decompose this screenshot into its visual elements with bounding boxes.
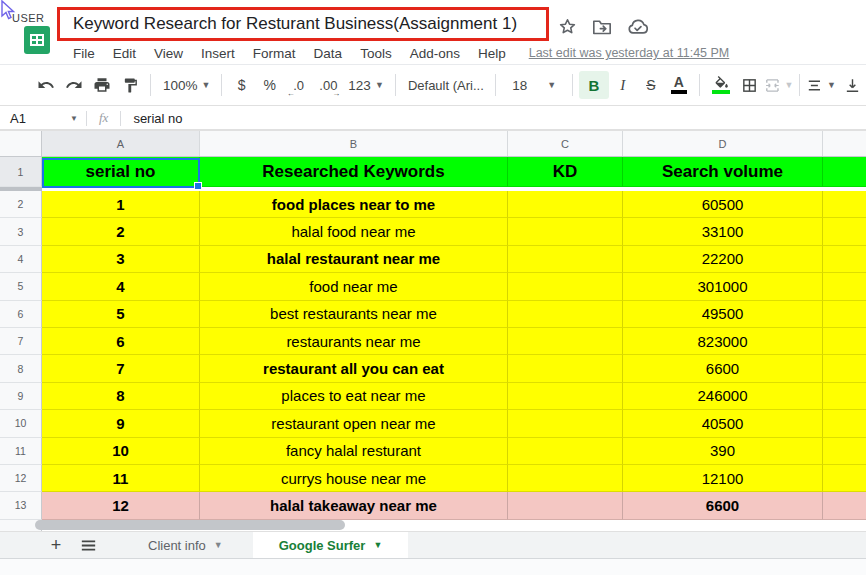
font-select[interactable]: Default (Ari...▼ xyxy=(402,71,489,99)
cell-kd[interactable] xyxy=(508,246,623,273)
cell-e[interactable] xyxy=(823,355,866,382)
document-title[interactable]: Keyword Research for Resturant Business(… xyxy=(73,14,517,34)
cell-keyword[interactable]: halal food near me xyxy=(200,218,508,245)
cell-volume[interactable]: 60500 xyxy=(623,191,823,218)
cell-serial[interactable]: 9 xyxy=(42,410,200,437)
cell-keyword[interactable]: places to eat near me xyxy=(200,383,508,410)
font-size-select[interactable]: 18▼ xyxy=(502,71,566,99)
cell-volume[interactable]: 40500 xyxy=(623,410,823,437)
tab-google-surfer[interactable]: Google Surfer▼ xyxy=(253,532,409,558)
cell-serial[interactable]: 6 xyxy=(42,328,200,355)
cell-e[interactable] xyxy=(823,301,866,328)
cell-kd[interactable] xyxy=(508,355,623,382)
name-box[interactable]: A1 ▼ xyxy=(0,111,86,126)
redo-button[interactable] xyxy=(60,71,88,99)
strikethrough-button[interactable]: S xyxy=(637,71,665,99)
row-number[interactable]: 10 xyxy=(0,410,42,437)
menu-tools[interactable]: Tools xyxy=(351,44,401,63)
cell-serial[interactable]: 12 xyxy=(42,492,200,519)
borders-button[interactable] xyxy=(736,71,764,99)
cell-serial[interactable]: 8 xyxy=(42,383,200,410)
row-number[interactable]: 6 xyxy=(0,301,42,328)
active-cell-selection[interactable] xyxy=(42,158,200,188)
cell-serial[interactable]: 5 xyxy=(42,301,200,328)
cell-kd[interactable] xyxy=(508,492,623,519)
cell-volume[interactable]: 390 xyxy=(623,438,823,465)
cell-serial[interactable]: 10 xyxy=(42,438,200,465)
cell-keyword[interactable]: restaurant open near me xyxy=(200,410,508,437)
menu-data[interactable]: Data xyxy=(305,44,352,63)
decrease-decimal-button[interactable]: .0← xyxy=(284,71,314,99)
cell-keyword[interactable]: food near me xyxy=(200,273,508,300)
print-button[interactable] xyxy=(88,71,116,99)
header-cell-e[interactable] xyxy=(823,157,866,187)
text-color-button[interactable]: A xyxy=(665,71,693,99)
horizontal-align-button[interactable]: ▼ xyxy=(806,71,836,99)
cell-e[interactable] xyxy=(823,465,866,492)
star-icon[interactable] xyxy=(558,17,577,36)
cell-e[interactable] xyxy=(823,218,866,245)
cell-volume[interactable]: 22200 xyxy=(623,246,823,273)
move-to-folder-icon[interactable] xyxy=(592,18,612,36)
cell-e[interactable] xyxy=(823,383,866,410)
row-number[interactable]: 13 xyxy=(0,492,42,519)
cell-volume[interactable]: 823000 xyxy=(623,328,823,355)
cell-kd[interactable] xyxy=(508,410,623,437)
row-number[interactable]: 4 xyxy=(0,246,42,273)
undo-button[interactable] xyxy=(32,71,60,99)
add-sheet-button[interactable]: + xyxy=(40,532,72,558)
cell-serial[interactable]: 11 xyxy=(42,465,200,492)
menu-insert[interactable]: Insert xyxy=(192,44,244,63)
bold-button[interactable]: B xyxy=(579,71,609,99)
cell-keyword[interactable]: currys house near me xyxy=(200,465,508,492)
cell-kd[interactable] xyxy=(508,438,623,465)
document-title-box[interactable]: Keyword Research for Resturant Business(… xyxy=(57,7,549,41)
column-header-b[interactable]: B xyxy=(200,131,508,156)
paint-format-button[interactable] xyxy=(116,71,144,99)
header-cell-volume[interactable]: Search volume xyxy=(623,157,823,187)
menu-edit[interactable]: Edit xyxy=(104,44,145,63)
formula-input[interactable]: serial no xyxy=(121,111,182,126)
cloud-saved-icon[interactable] xyxy=(627,18,649,36)
column-header-d[interactable]: D xyxy=(623,131,823,156)
all-sheets-menu-button[interactable] xyxy=(72,532,104,558)
cell-kd[interactable] xyxy=(508,273,623,300)
cell-keyword[interactable]: fancy halal resturant xyxy=(200,438,508,465)
menu-file[interactable]: File xyxy=(64,44,104,63)
cell-e[interactable] xyxy=(823,438,866,465)
menu-format[interactable]: Format xyxy=(244,44,305,63)
cell-e[interactable] xyxy=(823,246,866,273)
cell-kd[interactable] xyxy=(508,191,623,218)
cell-serial[interactable]: 4 xyxy=(42,273,200,300)
header-cell-kd[interactable]: KD xyxy=(508,157,623,187)
cell-volume[interactable]: 301000 xyxy=(623,273,823,300)
column-header-a[interactable]: A xyxy=(42,131,200,156)
row-number[interactable]: 2 xyxy=(0,191,42,218)
row-number[interactable]: 5 xyxy=(0,273,42,300)
column-header-c[interactable]: C xyxy=(508,131,623,156)
increase-decimal-button[interactable]: .00→ xyxy=(313,71,343,99)
row-number[interactable]: 7 xyxy=(0,328,42,355)
cell-serial[interactable]: 1 xyxy=(42,191,200,218)
sheets-logo-icon[interactable] xyxy=(24,26,50,54)
cell-kd[interactable] xyxy=(508,301,623,328)
row-number[interactable]: 8 xyxy=(0,355,42,382)
format-percent-button[interactable]: % xyxy=(256,71,284,99)
last-edit-link[interactable]: Last edit was yesterday at 11:45 PM xyxy=(529,46,730,60)
number-format-menu[interactable]: 123▼ xyxy=(343,71,389,99)
cell-e[interactable] xyxy=(823,273,866,300)
format-currency-button[interactable]: $ xyxy=(228,71,256,99)
cell-keyword[interactable]: halal restaurant near me xyxy=(200,246,508,273)
row-number[interactable]: 3 xyxy=(0,218,42,245)
cell-keyword[interactable]: restaurants near me xyxy=(200,328,508,355)
cell-e[interactable] xyxy=(823,492,866,519)
cell-keyword[interactable]: restaurant all you can eat xyxy=(200,355,508,382)
cell-volume[interactable]: 6600 xyxy=(623,355,823,382)
menu-help[interactable]: Help xyxy=(469,44,515,63)
cell-volume[interactable]: 49500 xyxy=(623,301,823,328)
cell-volume[interactable]: 246000 xyxy=(623,383,823,410)
row-number[interactable]: 11 xyxy=(0,438,42,465)
cell-e[interactable] xyxy=(823,410,866,437)
cell-e[interactable] xyxy=(823,328,866,355)
cell-kd[interactable] xyxy=(508,383,623,410)
